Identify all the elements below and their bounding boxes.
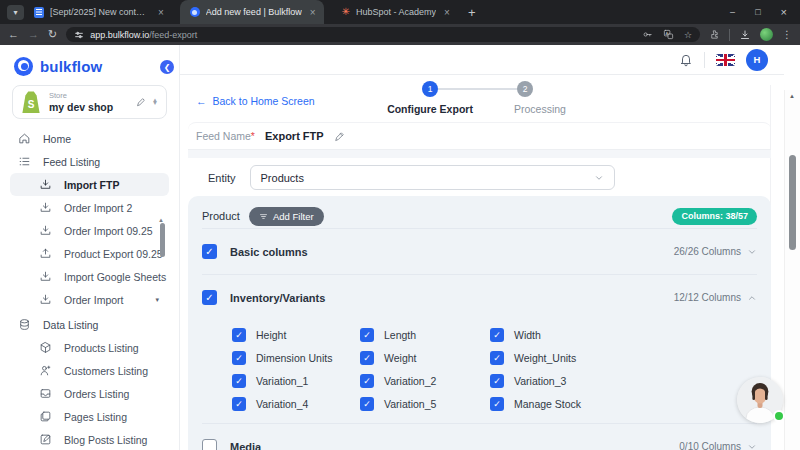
checkbox-checked-icon[interactable] <box>490 328 504 342</box>
column-checkbox-item[interactable]: Height <box>232 328 360 342</box>
edit-feed-name-pencil-icon[interactable] <box>334 131 345 142</box>
online-status-dot <box>773 410 785 422</box>
sidebar-item-pages-listing[interactable]: Pages Listing <box>0 405 179 428</box>
site-settings-icon[interactable] <box>74 30 84 40</box>
browser-tab-2-active[interactable]: Add new feed | Bulkflow × <box>180 0 324 24</box>
window-minimize-button[interactable]: – <box>730 7 735 17</box>
checkbox-checked-icon[interactable] <box>490 351 504 365</box>
sidebar-item-orders-listing[interactable]: Orders Listing <box>0 382 179 405</box>
checkbox-unchecked-icon[interactable] <box>202 439 217 450</box>
checkbox-checked-icon[interactable] <box>232 328 246 342</box>
sidebar-item-products-listing[interactable]: Products Listing <box>0 336 179 359</box>
notifications-bell-icon[interactable] <box>679 53 693 67</box>
entity-label: Entity <box>208 172 236 184</box>
column-checkbox-item[interactable]: Width <box>490 328 757 342</box>
bookmark-star-icon[interactable]: ☆ <box>684 30 692 40</box>
browser-profile-avatar[interactable] <box>760 28 773 41</box>
column-checkbox-item[interactable]: Variation_2 <box>360 374 490 388</box>
sidebar-collapse-button[interactable]: ❮ <box>160 60 174 74</box>
address-bar[interactable]: app.bulkflow.io/feed-export A ☆ <box>66 27 700 42</box>
scroll-more-caret-icon[interactable]: ▾ <box>155 296 159 304</box>
chevron-down-icon <box>594 173 604 183</box>
sidebar-item-customers-listing[interactable]: Customers Listing <box>0 359 179 382</box>
browser-tab-1[interactable]: [Sept/2025] New content - Ha × <box>24 0 172 24</box>
store-select-arrows-icon[interactable]: ▲▼ <box>152 99 158 106</box>
checkbox-checked-icon[interactable] <box>490 397 504 411</box>
checkbox-checked-icon[interactable] <box>360 351 374 365</box>
scrollbar-up-icon[interactable]: ▲ <box>789 93 795 99</box>
group-count[interactable]: 0/10 Columns <box>679 441 757 450</box>
checkbox-checked-icon[interactable] <box>490 374 504 388</box>
sidebar-item-order-import-2[interactable]: Order Import 2 <box>0 196 179 219</box>
sidebar-item-order-import-0925[interactable]: Order Import 09.25 <box>0 219 179 242</box>
chevron-down-icon[interactable] <box>747 442 757 450</box>
sidebar-item-import-google-sheets[interactable]: Import Google Sheets <box>0 265 179 288</box>
downloads-icon[interactable] <box>739 29 751 41</box>
forward-icon[interactable]: → <box>28 29 39 40</box>
tab-close-icon[interactable]: × <box>444 7 450 18</box>
app-logo-text[interactable]: bulkflow <box>40 58 102 75</box>
chevron-down-icon[interactable] <box>747 247 757 257</box>
checkbox-checked-icon[interactable] <box>360 328 374 342</box>
checkbox-checked-icon[interactable] <box>202 290 217 305</box>
browser-tab-3[interactable]: ✳ HubSpot - Academy × <box>332 0 458 24</box>
back-icon[interactable]: ← <box>8 29 19 40</box>
entity-select[interactable]: Products <box>250 165 615 190</box>
chevron-up-icon[interactable] <box>747 293 757 303</box>
checkbox-checked-icon[interactable] <box>360 397 374 411</box>
add-filter-button[interactable]: Add Filter <box>249 207 324 226</box>
tab-close-icon[interactable]: × <box>158 7 164 18</box>
checkbox-checked-icon[interactable] <box>202 244 217 259</box>
store-selector[interactable]: S Store my dev shop ▲▼ <box>12 85 167 119</box>
docs-icon <box>34 7 44 18</box>
checkbox-checked-icon[interactable] <box>360 374 374 388</box>
reload-icon[interactable]: ↻ <box>48 29 57 40</box>
column-checkbox-item[interactable]: Length <box>360 328 490 342</box>
column-checkbox-item[interactable]: Manage Stock <box>490 397 757 411</box>
column-checkbox-item[interactable]: Variation_3 <box>490 374 757 388</box>
group-count[interactable]: 12/12 Columns <box>674 292 757 303</box>
sidebar-item-order-import[interactable]: Order Import ▾ <box>0 288 179 311</box>
edit-store-pencil-icon[interactable] <box>136 97 146 107</box>
page-scrollbar[interactable]: ▲ ▼ <box>784 90 800 450</box>
checkbox-checked-icon[interactable] <box>232 351 246 365</box>
column-checkbox-item[interactable]: Variation_5 <box>360 397 490 411</box>
group-row-basic-columns[interactable]: Basic columns 26/26 Columns <box>202 228 757 274</box>
feed-name-row: Feed Name* Export FTP <box>188 122 771 150</box>
checkbox-checked-icon[interactable] <box>232 397 246 411</box>
sidebar-item-data-listing[interactable]: Data Listing <box>0 313 179 336</box>
topbar-divider <box>704 52 705 68</box>
column-checkbox-item[interactable]: Variation_1 <box>232 374 360 388</box>
group-label: Media <box>230 441 261 450</box>
scrollbar-thumb[interactable] <box>789 155 796 250</box>
column-checkbox-item[interactable]: Weight_Units <box>490 351 757 365</box>
window-maximize-button[interactable]: □ <box>755 7 760 17</box>
tab-search-button[interactable]: ▾ <box>7 5 24 20</box>
group-row-inventory-variants[interactable]: Inventory/Variants 12/12 Columns <box>202 274 757 320</box>
group-row-media[interactable]: Media 0/10 Columns <box>202 423 757 450</box>
checkbox-checked-icon[interactable] <box>232 374 246 388</box>
language-flag-uk-icon[interactable] <box>716 54 735 66</box>
group-count[interactable]: 26/26 Columns <box>674 246 757 257</box>
translate-icon[interactable]: A <box>663 29 674 40</box>
window-close-button[interactable]: × <box>781 6 787 18</box>
user-avatar[interactable]: H <box>746 49 768 71</box>
column-checkbox-item[interactable]: Weight <box>360 351 490 365</box>
extensions-icon[interactable] <box>709 29 720 40</box>
sidebar-item-import-ftp[interactable]: Import FTP <box>10 173 169 196</box>
new-tab-button[interactable]: + <box>468 5 476 20</box>
tab-close-icon[interactable]: × <box>310 7 316 18</box>
import-icon <box>39 270 52 283</box>
sidebar-item-home[interactable]: Home <box>0 127 179 150</box>
sidebar-nav: Home Feed Listing Import FTP Order Impor… <box>0 127 179 450</box>
passwords-key-icon[interactable] <box>642 29 653 40</box>
sidebar-item-blog-posts-listing[interactable]: Blog Posts Listing <box>0 428 179 450</box>
support-chat-widget[interactable] <box>737 377 783 423</box>
column-checkbox-item[interactable]: Dimension Units <box>232 351 360 365</box>
browser-menu-kebab-icon[interactable]: ⋮ <box>782 29 792 40</box>
sidebar-item-feed-listing[interactable]: Feed Listing <box>0 150 179 173</box>
sidebar-item-product-export-0925[interactable]: Product Export 09.25 <box>0 242 179 265</box>
column-checkbox-item[interactable]: Variation_4 <box>232 397 360 411</box>
back-to-home-link[interactable]: ← Back to Home Screen <box>196 95 315 107</box>
sidebar-scrollbar-thumb[interactable] <box>160 223 165 257</box>
